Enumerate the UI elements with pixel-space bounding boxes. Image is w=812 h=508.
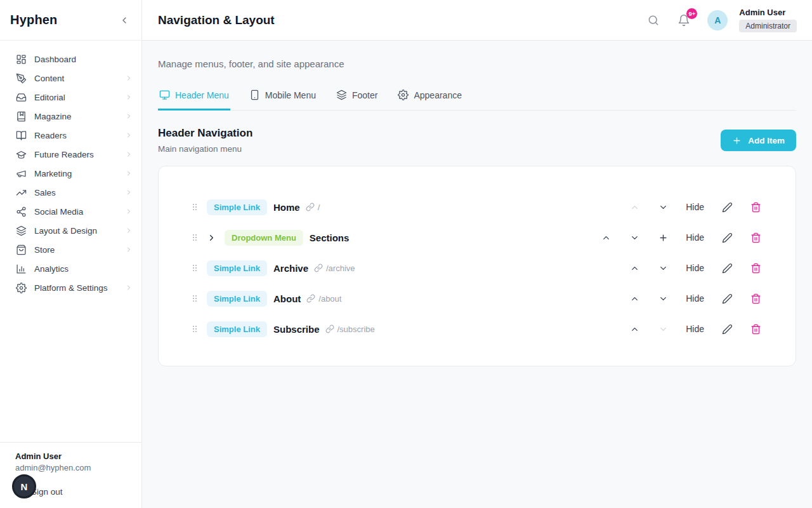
hide-button[interactable]: Hide xyxy=(684,293,705,304)
move-down-button xyxy=(656,322,670,336)
monitor-icon xyxy=(159,90,170,100)
drag-handle-icon[interactable] xyxy=(190,292,199,305)
edit-button[interactable] xyxy=(720,261,734,275)
chevron-right-icon xyxy=(125,189,133,196)
drag-handle-icon[interactable] xyxy=(190,323,199,335)
sidebar-item-editorial[interactable]: Editorial xyxy=(0,88,141,107)
sidebar-item-dashboard[interactable]: Dashboard xyxy=(0,50,141,69)
sidebar-item-magazine[interactable]: Magazine xyxy=(0,107,141,126)
content-area: Manage menus, footer, and site appearanc… xyxy=(142,41,812,508)
tab-appearance[interactable]: Appearance xyxy=(396,84,463,110)
page-title: Navigation & Layout xyxy=(158,13,275,27)
move-up-button[interactable] xyxy=(599,231,613,244)
sidebar-item-analytics[interactable]: Analytics xyxy=(0,259,141,278)
delete-button[interactable] xyxy=(749,200,763,214)
sidebar-item-store[interactable]: Store xyxy=(0,240,141,259)
move-down-button[interactable] xyxy=(656,261,670,275)
hide-button[interactable]: Hide xyxy=(684,202,705,212)
tab-mobile-menu[interactable]: Mobile Menu xyxy=(248,84,317,110)
section-title: Header Navigation xyxy=(158,127,252,140)
sidebar-item-social-media[interactable]: Social Media xyxy=(0,202,141,221)
sidebar-item-content[interactable]: Content xyxy=(0,69,141,88)
chevron-right-icon xyxy=(125,246,133,253)
sidebar-user-email: admin@hyphen.com xyxy=(15,463,126,472)
hide-button[interactable]: Hide xyxy=(684,232,705,243)
chevron-right-icon xyxy=(125,208,133,215)
move-down-button[interactable] xyxy=(656,291,670,305)
menu-item-label: Archive xyxy=(273,263,308,274)
pencil-icon xyxy=(722,293,733,304)
item-type-badge: Simple Link xyxy=(207,199,267,215)
chevron-right-icon xyxy=(125,227,133,234)
hide-button[interactable]: Hide xyxy=(684,263,705,273)
move-up-button[interactable] xyxy=(627,261,641,275)
expand-toggle-button[interactable] xyxy=(206,232,217,243)
layers-icon xyxy=(336,90,347,100)
add-child-button[interactable] xyxy=(656,231,670,244)
move-up-button[interactable] xyxy=(627,291,641,305)
item-path: /subscribe xyxy=(337,324,375,334)
sidebar-item-sales[interactable]: Sales xyxy=(0,183,141,202)
pencil-icon xyxy=(722,202,733,213)
chevron-right-icon xyxy=(125,93,133,101)
search-button[interactable] xyxy=(644,11,663,30)
tab-label: Footer xyxy=(352,90,377,100)
floating-avatar[interactable]: N xyxy=(12,474,36,498)
sidebar-item-platform-settings[interactable]: Platform & Settings xyxy=(0,278,141,297)
item-url: /subscribe xyxy=(325,324,375,334)
edit-button[interactable] xyxy=(720,322,734,336)
bar-chart-icon xyxy=(16,264,27,274)
chevron-left-icon xyxy=(119,15,129,25)
move-up-button[interactable] xyxy=(627,322,641,336)
chevron-down-icon xyxy=(658,203,668,212)
sidebar-item-future-readers[interactable]: Future Readers xyxy=(0,145,141,164)
tab-footer[interactable]: Footer xyxy=(335,84,379,110)
move-down-button[interactable] xyxy=(656,200,670,214)
tab-header-menu[interactable]: Header Menu xyxy=(158,84,230,110)
sidebar-item-layout-design[interactable]: Layout & Design xyxy=(0,221,141,240)
sidebar-item-label: Sales xyxy=(34,188,117,197)
edit-button[interactable] xyxy=(720,231,734,244)
notifications-button[interactable]: 9+ xyxy=(674,11,693,30)
inbox-icon xyxy=(16,92,27,103)
move-down-button[interactable] xyxy=(627,231,641,244)
delete-button[interactable] xyxy=(749,231,763,244)
shopping-bag-icon xyxy=(16,244,27,255)
drag-handle-icon[interactable] xyxy=(190,231,199,244)
delete-button[interactable] xyxy=(749,261,763,275)
edit-button[interactable] xyxy=(720,200,734,214)
book-icon xyxy=(16,111,27,122)
open-book-icon xyxy=(16,130,27,141)
menu-item-label: Subscribe xyxy=(273,324,320,335)
sidebar-item-readers[interactable]: Readers xyxy=(0,126,141,145)
chevron-right-icon xyxy=(125,131,133,139)
drag-handle-icon[interactable] xyxy=(190,201,199,213)
edit-button[interactable] xyxy=(720,291,734,305)
sidebar-footer: Admin User admin@hyphen.com Sign out N xyxy=(0,442,141,508)
sidebar-user-name: Admin User xyxy=(15,451,126,461)
chevron-right-icon xyxy=(125,284,133,291)
item-type-badge: Dropdown Menu xyxy=(225,230,303,246)
sidebar-item-label: Editorial xyxy=(34,93,117,102)
chevron-up-icon xyxy=(630,264,639,273)
delete-button[interactable] xyxy=(749,291,763,305)
link-icon xyxy=(314,264,323,272)
menu-items-card: Simple Link Home / Hide xyxy=(158,166,796,366)
delete-button[interactable] xyxy=(749,322,763,336)
add-item-button[interactable]: Add Item xyxy=(721,130,796,151)
trash-icon xyxy=(750,263,761,274)
hide-button[interactable]: Hide xyxy=(684,324,705,334)
drag-handle-icon[interactable] xyxy=(190,262,199,274)
chevron-down-icon xyxy=(630,233,639,243)
chevron-right-icon xyxy=(125,74,133,82)
chevron-down-icon xyxy=(658,294,668,304)
chevron-up-icon xyxy=(601,233,611,243)
pen-tool-icon xyxy=(16,73,27,84)
sidebar-item-label: Dashboard xyxy=(34,55,133,64)
sidebar-collapse-button[interactable] xyxy=(116,12,133,29)
menu-item-row-subscribe: Simple Link Subscribe /subscribe Hide xyxy=(179,314,763,344)
chevron-up-icon xyxy=(630,294,639,304)
user-avatar[interactable]: A xyxy=(707,10,728,30)
sidebar-item-label: Social Media xyxy=(34,207,117,217)
sidebar-item-marketing[interactable]: Marketing xyxy=(0,164,141,183)
